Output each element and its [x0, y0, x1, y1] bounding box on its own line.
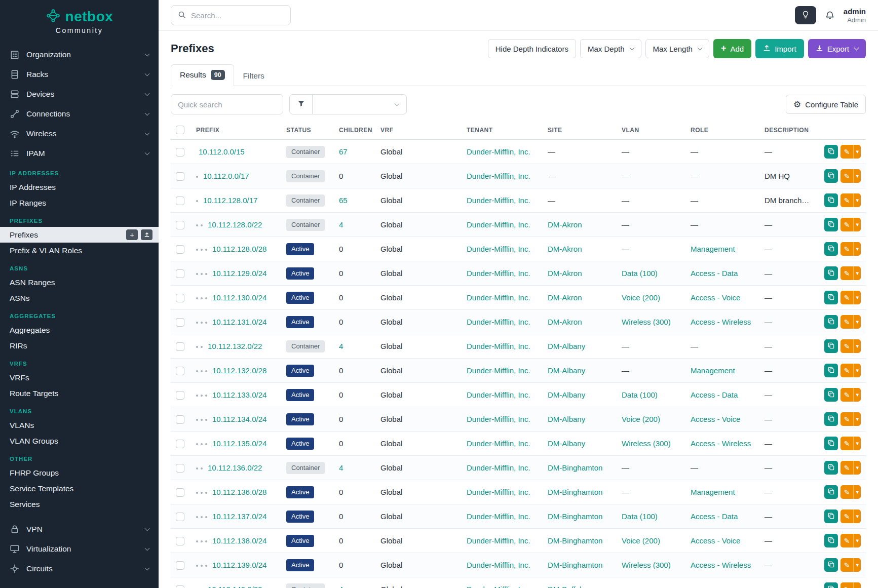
tab-filters[interactable]: Filters [234, 66, 274, 86]
tenant-link[interactable]: Dunder-Mifflin, Inc. [467, 342, 530, 350]
sidebar-item-vlans[interactable]: VLANs [0, 417, 159, 433]
prefix-link[interactable]: 10.112.132.0/22 [208, 342, 262, 350]
vlan-link[interactable]: Data (100) [622, 269, 658, 278]
edit-button[interactable]: ✎ [841, 145, 854, 159]
column-header-vlan[interactable]: VLAN [617, 121, 685, 140]
column-header-tenant[interactable]: TENANT [462, 121, 543, 140]
row-checkbox[interactable] [176, 585, 184, 588]
edit-dropdown-button[interactable]: ▾ [853, 364, 861, 377]
prefix-link[interactable]: 10.112.136.0/22 [208, 463, 262, 472]
notifications-bell-icon[interactable] [825, 10, 835, 20]
prefix-link[interactable]: 10.112.128.0/22 [208, 220, 262, 229]
site-link[interactable]: DM-Albany [548, 366, 585, 375]
site-link[interactable]: DM-Binghamton [548, 536, 602, 545]
hide-depth-indicators-button[interactable]: Hide Depth Indicators [488, 39, 576, 58]
prefix-link[interactable]: 10.112.137.0/24 [212, 512, 266, 521]
global-search[interactable] [171, 5, 291, 25]
sidebar-item-racks[interactable]: Racks [0, 64, 159, 84]
copy-button[interactable] [824, 242, 838, 256]
theme-toggle-button[interactable] [795, 6, 816, 24]
site-link[interactable]: DM-Buffalo [548, 585, 586, 588]
prefix-link[interactable]: 10.112.128.0/17 [203, 196, 257, 205]
site-link[interactable]: DM-Albany [548, 390, 585, 399]
site-link[interactable]: DM-Akron [548, 220, 582, 229]
tenant-link[interactable]: Dunder-Mifflin, Inc. [467, 147, 530, 156]
role-link[interactable]: Access - Data [691, 512, 738, 521]
prefix-link[interactable]: 10.112.139.0/24 [212, 561, 266, 569]
vlan-link[interactable]: Data (100) [622, 512, 658, 521]
copy-button[interactable] [824, 339, 838, 353]
export-button[interactable]: Export [808, 39, 866, 58]
site-link[interactable]: DM-Albany [548, 415, 585, 423]
select-all-checkbox[interactable] [176, 126, 184, 134]
copy-button[interactable] [824, 412, 838, 426]
vlan-link[interactable]: Voice (200) [622, 293, 660, 302]
edit-button[interactable]: ✎ [841, 193, 854, 207]
role-link[interactable]: Access - Voice [691, 536, 740, 545]
tenant-link[interactable]: Dunder-Mifflin, Inc. [467, 220, 530, 229]
edit-dropdown-button[interactable]: ▾ [853, 558, 861, 572]
edit-button[interactable]: ✎ [841, 485, 854, 499]
edit-button[interactable]: ✎ [841, 339, 854, 353]
copy-button[interactable] [824, 509, 838, 523]
sidebar-item-virtualization[interactable]: Virtualization [0, 539, 159, 559]
row-checkbox[interactable] [176, 391, 184, 400]
column-header-prefix[interactable]: PREFIX [191, 121, 281, 140]
edit-dropdown-button[interactable]: ▾ [853, 145, 861, 159]
children-count-link[interactable]: 4 [339, 220, 343, 229]
prefix-link[interactable]: 10.112.134.0/24 [212, 415, 266, 423]
site-link[interactable]: DM-Binghamton [548, 561, 602, 569]
row-checkbox[interactable] [176, 318, 184, 327]
prefix-link[interactable]: 10.112.140.0/22 [208, 585, 262, 588]
tenant-link[interactable]: Dunder-Mifflin, Inc. [467, 561, 530, 569]
copy-button[interactable] [824, 582, 838, 588]
copy-button[interactable] [824, 461, 838, 475]
copy-button[interactable] [824, 364, 838, 377]
column-header-description[interactable]: DESCRIPTION [759, 121, 816, 140]
children-count-link[interactable]: 67 [339, 147, 348, 156]
tenant-link[interactable]: Dunder-Mifflin, Inc. [467, 390, 530, 399]
tab-results[interactable]: Results 90 [171, 64, 234, 86]
tenant-link[interactable]: Dunder-Mifflin, Inc. [467, 366, 530, 375]
tenant-link[interactable]: Dunder-Mifflin, Inc. [467, 245, 530, 253]
tenant-link[interactable]: Dunder-Mifflin, Inc. [467, 585, 530, 588]
copy-button[interactable] [824, 145, 838, 159]
sidebar-item-wireless[interactable]: Wireless [0, 124, 159, 143]
search-input[interactable] [191, 11, 284, 20]
copy-button[interactable] [824, 534, 838, 547]
edit-dropdown-button[interactable]: ▾ [853, 291, 861, 304]
sidebar-item-connections[interactable]: Connections [0, 104, 159, 124]
tenant-link[interactable]: Dunder-Mifflin, Inc. [467, 415, 530, 423]
edit-dropdown-button[interactable]: ▾ [853, 193, 861, 207]
row-checkbox[interactable] [176, 513, 184, 521]
sidebar-item-route-targets[interactable]: Route Targets [0, 385, 159, 401]
copy-button[interactable] [824, 193, 838, 207]
column-header-role[interactable]: ROLE [685, 121, 759, 140]
role-link[interactable]: Access - Wireless [691, 561, 751, 569]
prefix-link[interactable]: 10.112.138.0/24 [212, 536, 266, 545]
edit-button[interactable]: ✎ [841, 266, 854, 280]
sidebar-item-ip-addresses[interactable]: IP Addresses [0, 179, 159, 195]
import-icon-button[interactable] [141, 229, 152, 240]
edit-button[interactable]: ✎ [841, 291, 854, 304]
prefix-link[interactable]: 10.112.130.0/24 [212, 293, 266, 302]
column-header-status[interactable]: STATUS [281, 121, 334, 140]
add-icon-button[interactable]: + [126, 229, 138, 240]
row-checkbox[interactable] [176, 561, 184, 570]
role-link[interactable]: Access - Wireless [691, 439, 751, 448]
edit-dropdown-button[interactable]: ▾ [853, 582, 861, 588]
vlan-link[interactable]: Data (100) [622, 390, 658, 399]
copy-button[interactable] [824, 266, 838, 280]
sidebar-item-ipam[interactable]: IPAM [0, 143, 159, 163]
vlan-link[interactable]: Voice (200) [622, 536, 660, 545]
max-length-dropdown[interactable]: Max Length [645, 39, 709, 58]
brand[interactable]: netbox Community [0, 0, 159, 40]
row-checkbox[interactable] [176, 342, 184, 351]
site-link[interactable]: DM-Binghamton [548, 512, 602, 521]
site-link[interactable]: DM-Akron [548, 269, 582, 278]
role-link[interactable]: Management [691, 245, 735, 253]
configure-table-button[interactable]: ⚙Configure Table [786, 95, 866, 114]
prefix-link[interactable]: 10.112.0.0/15 [199, 147, 245, 156]
site-link[interactable]: DM-Albany [548, 439, 585, 448]
site-link[interactable]: DM-Binghamton [548, 463, 602, 472]
